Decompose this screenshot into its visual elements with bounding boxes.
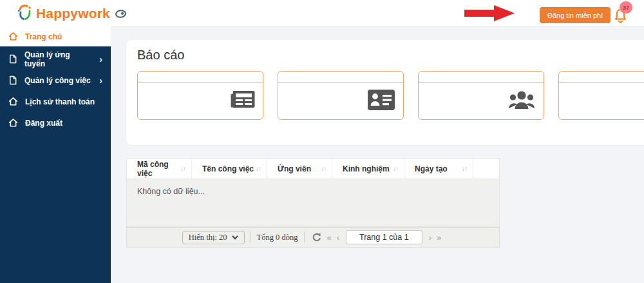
sidebar-item-trang-chu[interactable]: Trang chủ: [0, 26, 111, 46]
home-icon: [8, 118, 18, 128]
file-icon: [8, 54, 17, 64]
column-header-ma-cong-viec[interactable]: Mã công việc ↓↑: [127, 159, 192, 179]
sidebar-item-lich-su-thanh-toan[interactable]: Lịch sử thanh toán: [0, 91, 111, 112]
column-header-ten-cong-viec[interactable]: Tên công việc ↓↑: [192, 159, 267, 179]
id-card-icon: [367, 89, 395, 113]
post-job-free-button[interactable]: Đăng tin miễn phí: [540, 7, 611, 23]
card-header-strip: [419, 72, 544, 83]
pagination-prev-button[interactable]: ‹: [334, 233, 342, 242]
sidebar-item-label: Trang chủ: [25, 32, 62, 41]
chevron-right-icon: ›: [99, 76, 102, 85]
card-header-strip: [559, 72, 644, 83]
sort-icon: ↓↑: [180, 165, 185, 172]
sidebar-item-quan-ly-cong-viec[interactable]: Quản lý công việc ›: [0, 70, 111, 91]
jobs-table: Mã công việc ↓↑ Tên công việc ↓↑ Ứng viê…: [126, 158, 500, 248]
column-header-ung-vien[interactable]: Ứng viên ↓↑: [267, 159, 332, 179]
table-header-row: Mã công việc ↓↑ Tên công việc ↓↑ Ứng viê…: [126, 158, 500, 179]
sort-icon: ↓↑: [256, 165, 261, 172]
sidebar-item-label: Đăng xuất: [25, 119, 62, 128]
table-body: Không có dữ liệu...: [126, 179, 500, 227]
sort-icon: ↓↑: [321, 165, 326, 172]
pager-separator: [250, 231, 251, 243]
brand-name: Happywork: [36, 6, 110, 21]
pager-separator: [304, 231, 305, 243]
report-card-candidates[interactable]: [278, 71, 404, 120]
report-card-jobs[interactable]: [137, 71, 263, 120]
red-arrow-annotation-icon: [464, 5, 515, 21]
sidebar-item-label: Quản lý công việc: [24, 76, 91, 85]
report-card-fourth[interactable]: [558, 71, 644, 120]
report-card-users[interactable]: [418, 71, 544, 120]
refresh-icon[interactable]: [310, 233, 324, 242]
top-header: Happywork Đăng tin miễn phí 37: [0, 0, 644, 26]
home-icon: [8, 32, 18, 41]
sidebar-item-dang-xuat[interactable]: Đăng xuất: [0, 112, 111, 133]
sidebar-item-label: Quản lý ứng tuyển: [24, 50, 92, 68]
report-title: Báo cáo: [137, 48, 184, 63]
sort-icon: ↓↑: [393, 165, 398, 172]
column-header-kinh-nghiem[interactable]: Kinh nghiệm ↓↑: [332, 159, 404, 179]
chevron-down-icon: [232, 235, 238, 240]
happywork-logo-icon: [17, 4, 33, 23]
sidebar-item-quan-ly-ung-tuyen[interactable]: Quản lý ứng tuyển ›: [0, 48, 111, 70]
empty-data-message: Không có dữ liệu...: [137, 187, 205, 196]
page-size-select[interactable]: Hiển thị: 20: [182, 231, 245, 244]
report-cards: [137, 71, 644, 120]
eye-logo-icon: [115, 9, 127, 19]
file-icon: [8, 75, 17, 85]
pagination-first-button[interactable]: «: [324, 233, 334, 242]
header-divider: [111, 26, 644, 26]
column-header-ngay-tao[interactable]: Ngày tạo ↓↑: [404, 159, 473, 179]
current-page-indicator: Trang 1 của 1: [346, 230, 422, 244]
sort-icon: ↓↑: [462, 165, 467, 172]
pagination-next-button[interactable]: ›: [426, 233, 434, 242]
sidebar-nav: Trang chủ Quản lý ứng tuyển › Quản lý cô…: [0, 26, 111, 283]
users-icon: [507, 90, 536, 113]
pagination-last-button[interactable]: »: [434, 233, 444, 242]
brand-logo[interactable]: Happywork: [17, 4, 127, 23]
notification-count-badge: 37: [620, 1, 632, 14]
card-header-strip: [138, 72, 263, 83]
table-pagination-bar: Hiển thị: 20 Tổng 0 dòng « ‹ Trang 1 của…: [126, 227, 500, 248]
home-icon: [8, 97, 18, 106]
sidebar-item-label: Lịch sử thanh toán: [25, 97, 95, 106]
chevron-right-icon: ›: [99, 55, 102, 64]
total-rows-label: Tổng 0 dòng: [256, 233, 299, 242]
report-panel: Báo cáo: [126, 40, 644, 145]
column-header-actions: [473, 159, 499, 179]
newspaper-icon: [229, 89, 255, 113]
card-header-strip: [278, 72, 403, 83]
